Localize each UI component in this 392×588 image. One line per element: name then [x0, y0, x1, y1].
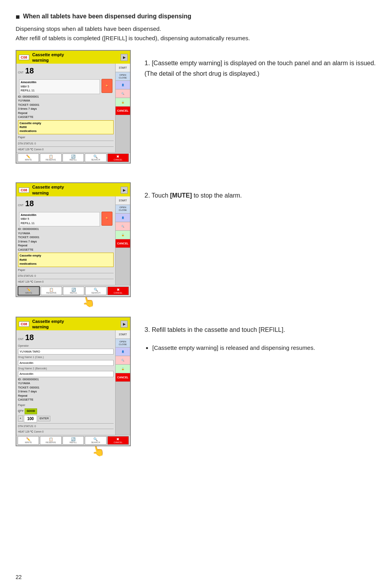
write-btn-1[interactable]: ✏️ WRITE — [18, 153, 39, 162]
refill-btn-2[interactable]: 🔄 REFILL — [63, 287, 84, 295]
device-code-2: C08 — [19, 187, 29, 193]
start-btn-2[interactable]: START — [116, 196, 130, 205]
status-row-1: DTA STATUS: 0 — [18, 141, 114, 146]
reserve-btn-2[interactable]: 📋 RESERVE — [41, 287, 62, 295]
can-find-btn-1[interactable]: 🔍 — [116, 89, 130, 98]
refill-btn-3[interactable]: 🔄 REFILL — [62, 436, 84, 445]
device-body-2: CNT 18 Amoxicillin MB# 5 REFILL 11 — [16, 196, 130, 285]
heat-row-1: HEAT 129 ℃ Comm 0 — [18, 146, 114, 151]
cancel-bottom-btn-3[interactable]: ✖ CANCEL — [107, 436, 129, 445]
device-bottom-2: ✏️ WRITE 📋 RESERVE 🔄 REFILL 🔍 SEARCH — [16, 285, 130, 296]
step-2-row: C08 Cassette empty warning ▶ CNT 18 — [16, 182, 376, 297]
step-1-text: [Cassette empty warning] is displayed on… — [144, 60, 376, 77]
device-right-1: START OPENCLOSE 👤 🔍 🔓 CAN — [115, 64, 130, 152]
open-close-btn-3[interactable]: OPENCLOSE — [116, 339, 130, 347]
enter-btn[interactable]: ENTER — [38, 416, 50, 422]
device-code-1: C08 — [19, 55, 29, 60]
intro-section: ■ When all tablets have been dispensed d… — [16, 12, 376, 43]
good-btn[interactable]: GOOD — [25, 408, 37, 414]
search-btn-2[interactable]: 🔍 SEARCH — [85, 287, 107, 295]
refill-btn-1[interactable]: 🔄 REFILL — [62, 153, 84, 162]
drug-box-1: Amoxicillin MB# 5 REFILL 11 — [19, 79, 100, 94]
start-btn-3[interactable]: START — [116, 330, 130, 339]
cancel-bottom-btn-2[interactable]: ✖ CANCEL — [107, 287, 129, 295]
cnt-value-2: 18 — [25, 198, 34, 209]
operator-label: Operator — [18, 344, 114, 348]
device-middle-2: Amoxicillin MB# 5 REFILL 11 💊 — [18, 210, 114, 228]
write-btn-3[interactable]: ✏️ WRITE — [18, 436, 39, 445]
cnt-label-2: CNT — [18, 203, 23, 208]
drug2-value: Amoxicillin — [18, 371, 114, 377]
qty-label: QTY — [18, 409, 23, 413]
open-close-btn-2[interactable]: OPENCLOSE — [116, 205, 130, 214]
warning-box-2: Cassette empty Refill medications — [18, 253, 114, 267]
step-1-row: C08 Cassette empty warning ▶ CNT 18 — [16, 50, 376, 164]
search-btn-1[interactable]: 🔍 SEARCH — [85, 153, 106, 162]
release-btn-3[interactable]: 🔓 — [116, 365, 130, 373]
release-btn-1[interactable]: 🔓 — [116, 98, 130, 107]
device-header-1: C08 Cassette empty warning ▶ — [16, 51, 130, 64]
cancel-btn-2[interactable]: CANCEL — [116, 239, 130, 248]
plus-btn[interactable]: + — [18, 415, 23, 422]
can-find-btn-2[interactable]: 🔍 — [116, 222, 130, 231]
drug1-label: Drug Name 1 (Cass.) — [18, 355, 114, 360]
device-info-1: ID: 0000000001 YUYAMA TICKET: 000001 3 t… — [18, 95, 114, 119]
drug-image-1: 💊 — [102, 79, 112, 93]
cnt-value: 18 — [25, 65, 34, 77]
qty-value: 100 — [24, 415, 37, 422]
device-header-3: C08 Cassette empty warning ▶ — [16, 317, 130, 331]
dta-set-btn-1[interactable]: 👤 — [116, 81, 130, 89]
bullet-icon: ■ — [16, 12, 20, 23]
reserve-btn-1[interactable]: 📋 RESERVE — [40, 153, 61, 162]
device-body-1: CNT 18 Amoxicillin MB# 5 REFILL 11 — [16, 64, 130, 152]
status-row-2: DTA STATUS: 0 — [18, 273, 114, 278]
open-close-btn-1[interactable]: OPENCLOSE — [116, 72, 130, 81]
device-screen-1: C08 Cassette empty warning ▶ CNT 18 — [16, 50, 131, 164]
dta-set-btn-3[interactable]: 👤 — [116, 347, 130, 356]
reserve-btn-3[interactable]: 📋 RESERVE — [40, 436, 61, 445]
nav-triangle-icon-3: ▶ — [121, 321, 128, 328]
cancel-btn-1[interactable]: CANCEL — [116, 107, 130, 115]
step-2-device: C08 Cassette empty warning ▶ CNT 18 — [16, 182, 133, 297]
drug2-label: Drug Name 2 (Barcode) — [18, 367, 114, 371]
step-3-row: C08 Cassette empty warning ▶ CNT 18 — [16, 317, 376, 446]
cnt-label-3: CNT — [18, 337, 23, 342]
can-find-btn-3[interactable]: 🔍 — [116, 356, 130, 365]
step-2-desc: 2. Touch [MUTE] to stop the alarm. — [144, 182, 376, 201]
start-btn-1[interactable]: START — [116, 64, 130, 72]
nav-triangle-icon-2: ▶ — [121, 187, 128, 194]
qty-input-row: + 100 ENTER — [18, 415, 114, 422]
cancel-btn-3[interactable]: CANCEL — [116, 373, 130, 382]
step-2-num: 2. — [144, 192, 150, 199]
device-left-3: CNT 18 Operator YUYAMA TARO Drug Name 1 … — [16, 330, 115, 435]
step-1-desc: 1. [Cassette empty warning] is displayed… — [144, 50, 376, 79]
device-screen-3: C08 Cassette empty warning ▶ CNT 18 — [16, 317, 131, 446]
nav-triangle-icon: ▶ — [121, 54, 128, 61]
step-3-num: 3. — [144, 326, 150, 333]
heat-row-3: HEAT 129 ℃ Comm 0 — [18, 429, 114, 434]
intro-line3: After refill of tablets is completed ([R… — [16, 34, 376, 43]
step-1-num: 1. — [144, 59, 150, 67]
paper-row-1: Paper — [18, 135, 114, 140]
search-btn-3[interactable]: 🔍 SEARCH — [85, 436, 106, 445]
device-left-2: CNT 18 Amoxicillin MB# 5 REFILL 11 — [16, 196, 115, 285]
qty-row: QTY GOOD — [18, 408, 114, 414]
cancel-bottom-btn-1[interactable]: ✖ CANCEL — [107, 153, 129, 162]
step-3-subbullets: [Cassette empty warning] is released and… — [152, 343, 376, 353]
dta-set-btn-2[interactable]: 👤 — [116, 214, 130, 222]
device-title-3: Cassette empty warning — [32, 319, 64, 330]
cnt-label: CNT — [18, 71, 23, 75]
device-info-3: ID: 0000000001 YUYAMA TICKET: 000001 3 t… — [18, 378, 114, 402]
write-btn-2[interactable]: ✏️ WRITE — [18, 286, 40, 296]
page-number: 22 — [16, 574, 22, 580]
steps-area: C08 Cassette empty warning ▶ CNT 18 — [16, 50, 376, 446]
warning-box-1: Cassette empty Refill medications — [18, 120, 114, 134]
drug1-value: Amoxicillin — [18, 360, 114, 366]
device-title-2: Cassette empty warning — [32, 184, 64, 196]
device-code-3: C08 — [19, 321, 29, 327]
device-header-2: C08 Cassette empty warning ▶ — [16, 183, 130, 196]
step-3-sub-bullet: [Cassette empty warning] is released and… — [152, 343, 376, 353]
device-screen-2: C08 Cassette empty warning ▶ CNT 18 — [16, 182, 131, 297]
release-btn-2[interactable]: 🔓 — [116, 231, 130, 239]
refill-form: Operator YUYAMA TARO Drug Name 1 (Cass.)… — [18, 344, 114, 377]
